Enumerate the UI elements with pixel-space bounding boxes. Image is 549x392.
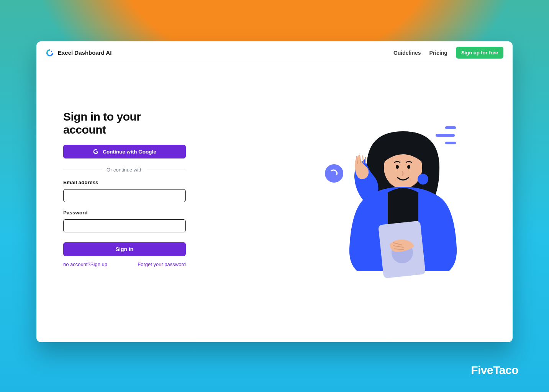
- person-illustration: [319, 122, 480, 283]
- illustration-panel: [265, 64, 513, 342]
- app-window: Excel Dashboard AI Guidelines Pricing Si…: [36, 41, 513, 342]
- password-field[interactable]: [63, 219, 186, 232]
- svg-point-7: [407, 165, 410, 169]
- signin-form: Sign in to your account Continue with Go…: [63, 110, 186, 267]
- svg-rect-1: [445, 126, 456, 129]
- nav-guidelines[interactable]: Guidelines: [393, 50, 421, 56]
- svg-point-8: [418, 174, 428, 185]
- signup-link-label: Sign up: [90, 261, 107, 267]
- signup-button[interactable]: Sign up for free: [456, 47, 503, 59]
- main-content: Sign in to your account Continue with Go…: [36, 64, 513, 342]
- signin-panel: Sign in to your account Continue with Go…: [36, 64, 265, 342]
- brand[interactable]: Excel Dashboard AI: [46, 49, 111, 57]
- auth-links-row: no account?Sign up Forget your password: [63, 261, 186, 267]
- email-label: Email address: [63, 180, 186, 185]
- google-icon: [93, 149, 99, 155]
- top-navbar: Excel Dashboard AI Guidelines Pricing Si…: [36, 41, 513, 64]
- svg-rect-2: [436, 134, 455, 137]
- svg-point-0: [51, 51, 52, 52]
- forgot-password-link[interactable]: Forget your password: [138, 261, 186, 267]
- divider-text: Or continue with: [107, 167, 143, 173]
- top-nav-links: Guidelines Pricing Sign up for free: [393, 47, 503, 59]
- brand-name: Excel Dashboard AI: [58, 49, 111, 56]
- signup-link-prefix: no account?: [63, 261, 90, 267]
- watermark: FiveTaco: [471, 364, 518, 377]
- svg-rect-3: [445, 142, 456, 144]
- signin-button[interactable]: Sign in: [63, 242, 186, 256]
- svg-point-4: [325, 164, 343, 183]
- signup-link[interactable]: no account?Sign up: [63, 261, 107, 267]
- brand-logo-icon: [46, 49, 54, 57]
- google-button-label: Continue with Google: [103, 149, 156, 155]
- continue-with-google-button[interactable]: Continue with Google: [63, 145, 186, 158]
- password-label: Password: [63, 210, 186, 216]
- nav-pricing[interactable]: Pricing: [429, 50, 447, 56]
- divider: Or continue with: [63, 167, 186, 173]
- svg-point-6: [396, 165, 399, 169]
- email-field[interactable]: [63, 189, 186, 202]
- page-title: Sign in to your account: [63, 110, 186, 136]
